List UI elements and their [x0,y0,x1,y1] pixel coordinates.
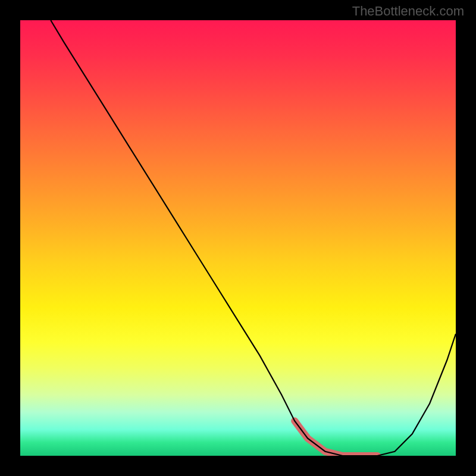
chart-plot-area [20,20,456,456]
chart-svg [20,20,456,456]
bottleneck-curve [51,20,456,456]
watermark-text: TheBottleneck.com [352,4,464,19]
